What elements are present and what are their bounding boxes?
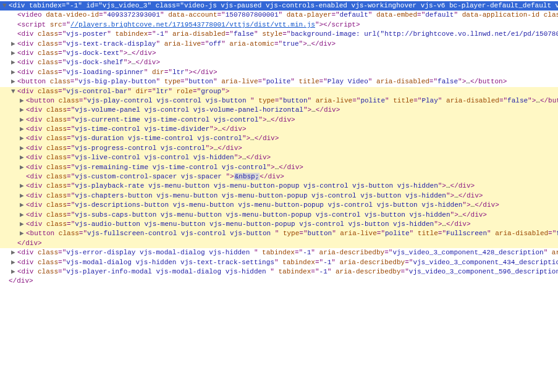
dom-node-control-bar-close[interactable]: </div> [0,239,558,248]
expand-arrow-icon[interactable]: ▶ [20,134,26,143]
no-arrow [11,20,17,30]
dom-node-dock-shelf[interactable]: ▶<div class="vjs-dock-shelf">…</div> [0,58,558,67]
dom-node-volume[interactable]: ▶<div class="vjs-volume-panel vjs-contro… [0,106,558,115]
dom-node-playback-rate[interactable]: ▶<div class="vjs-playback-rate vjs-menu-… [0,181,558,191]
expand-arrow-icon[interactable]: ▼ [2,1,9,10]
expand-arrow-icon[interactable]: ▶ [11,77,17,86]
expand-arrow-icon[interactable]: ▶ [11,49,17,58]
dom-node-play-control[interactable]: ▶<button class="vjs-play-control vjs-con… [0,96,558,106]
dom-node-root[interactable]: ▼<div tabindex="-1" id="vjs_video_3" cla… [0,1,558,10]
script-src-link[interactable]: //players.brightcove.net/1719543778001/v… [70,21,315,28]
expand-arrow-icon[interactable]: ▶ [20,229,26,238]
dom-node-live[interactable]: ▶<div class="vjs-live-control vjs-contro… [0,153,558,162]
expand-arrow-icon[interactable]: ▶ [20,96,26,106]
no-arrow [2,277,9,286]
nbsp-entity: &nbsp; [234,173,260,180]
dom-node-player-info[interactable]: ▶<div class="vjs-player-info-modal vjs-m… [0,267,558,277]
no-arrow [11,10,17,20]
dom-node-poster[interactable]: <div class="vjs-poster" tabindex="-1" ar… [0,30,558,39]
dom-node-loading[interactable]: ▶<div class="vjs-loading-spinner" dir="l… [0,68,558,77]
dom-node-chapters[interactable]: ▶<div class="vjs-chapters-button vjs-men… [0,191,558,201]
dom-node-spacer[interactable]: <div class="vjs-custom-control-spacer vj… [0,172,558,181]
dom-node-error-display[interactable]: ▶<div class="vjs-error-display vjs-modal… [0,248,558,257]
expand-arrow-icon[interactable]: ▶ [20,220,26,229]
dom-node-audio[interactable]: ▶<div class="vjs-audio-button vjs-menu-b… [0,220,558,229]
dom-node-text-track[interactable]: ▶<div class="vjs-text-track-display" ari… [0,40,558,49]
no-arrow [11,30,17,39]
expand-arrow-icon[interactable]: ▶ [20,181,26,191]
dom-node-subs-caps[interactable]: ▶<div class="vjs-subs-caps-button vjs-me… [0,211,558,220]
expand-arrow-icon[interactable]: ▶ [11,68,17,77]
dom-node-root-close[interactable]: </div> [0,277,558,286]
dom-node-big-play[interactable]: ▶<button class="vjs-big-play-button" typ… [0,77,558,86]
expand-arrow-icon[interactable]: ▶ [20,144,26,153]
dom-node-remaining[interactable]: ▶<div class="vjs-remaining-time vjs-time… [0,163,558,172]
expand-arrow-icon[interactable]: ▶ [20,211,26,220]
dom-node-track-settings[interactable]: ▶<div class="vjs-modal-dialog vjs-hidden… [0,258,558,267]
dom-node-descriptions[interactable]: ▶<div class="vjs-descriptions-button vjs… [0,201,558,210]
expand-arrow-icon[interactable]: ▶ [20,153,26,162]
expand-arrow-icon[interactable]: ▶ [11,258,17,267]
expand-arrow-icon[interactable]: ▶ [11,58,17,67]
dom-node-progress[interactable]: ▶<div class="vjs-progress-control vjs-co… [0,144,558,153]
dom-node-time-divider[interactable]: ▶<div class="vjs-time-control vjs-time-d… [0,125,558,134]
expand-arrow-icon[interactable]: ▶ [20,191,26,201]
dom-node-script[interactable]: <script src="//players.brightcove.net/17… [0,20,558,30]
dom-node-dock-text[interactable]: ▶<div class="vjs-dock-text">…</div> [0,49,558,58]
expand-arrow-icon[interactable]: ▶ [11,40,17,49]
dom-node-duration[interactable]: ▶<div class="vjs-duration vjs-time-contr… [0,134,558,143]
expand-arrow-icon[interactable]: ▶ [11,267,17,277]
dom-node-fullscreen[interactable]: ▶<button class="vjs-fullscreen-control v… [0,229,558,238]
expand-arrow-icon[interactable]: ▶ [20,163,26,172]
expand-arrow-icon[interactable]: ▶ [20,115,26,125]
expand-arrow-icon[interactable]: ▶ [20,201,26,210]
expand-arrow-icon[interactable]: ▶ [20,125,26,134]
dom-node-current-time[interactable]: ▶<div class="vjs-current-time vjs-time-c… [0,115,558,125]
expand-arrow-icon[interactable]: ▶ [11,248,17,257]
no-arrow [11,239,17,248]
dom-node-control-bar[interactable]: ▼<div class="vjs-control-bar" dir="ltr" … [0,87,558,96]
no-arrow [20,172,26,181]
expand-arrow-icon[interactable]: ▶ [20,106,26,115]
expand-arrow-icon[interactable]: ▼ [11,87,17,96]
dom-node-video[interactable]: <video data-video-id="4093372393001" dat… [0,10,558,20]
